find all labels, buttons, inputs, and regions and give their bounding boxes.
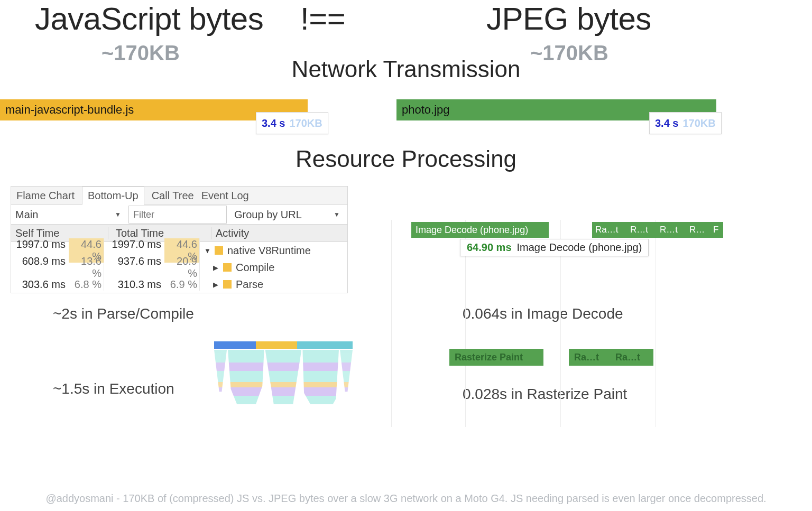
expand-icon[interactable]: ▶	[213, 264, 219, 272]
activity-label: Parse	[236, 278, 263, 291]
total-ms: 937.6 ms	[118, 255, 161, 267]
tab-flame-chart[interactable]: Flame Chart	[16, 190, 75, 202]
total-pct: 6.9 %	[164, 278, 199, 291]
raster-chip[interactable]: Ra…t	[610, 349, 653, 366]
devtools-controls: Main ▼ Group by URL ▼	[11, 205, 347, 225]
header-activity[interactable]: Activity	[211, 227, 347, 239]
headline-left: JavaScript bytes	[35, 2, 263, 35]
raster-chip[interactable]: Rasterize Paint	[449, 349, 543, 366]
total-ms: 1997.0 ms	[112, 238, 161, 250]
metric-parse-compile: ~2s in Parse/Compile	[53, 305, 194, 322]
devtools-rows: 1997.0 ms44.6 % 1997.0 ms44.6 % ▼native …	[11, 242, 347, 293]
self-ms: 303.6 ms	[22, 278, 66, 291]
metric-execution: ~1.5s in Execution	[53, 380, 174, 397]
total-pct: 20.9 %	[164, 255, 199, 280]
self-ms: 608.9 ms	[22, 255, 66, 267]
decode-tooltip-label: Image Decode (phone.jpg)	[517, 241, 642, 254]
header-self-time[interactable]: Self Time	[11, 227, 108, 239]
decode-chip[interactable]: F	[712, 222, 723, 238]
section-resource-title: Resource Processing	[0, 146, 812, 172]
network-tag-jpeg-size: 170KB	[682, 117, 715, 129]
activity-label: Compile	[236, 262, 274, 274]
table-row[interactable]: 303.6 ms6.8 % 310.3 ms6.9 % ▶Parse	[11, 276, 347, 293]
thread-select[interactable]: Main ▼	[11, 209, 128, 221]
group-select[interactable]: Group by URL ▼	[227, 209, 347, 221]
tab-call-tree[interactable]: Call Tree	[152, 190, 194, 202]
metric-image-decode: 0.064s in Image Decode	[463, 305, 623, 322]
network-tag-js-size: 170KB	[289, 117, 322, 129]
activity-label: native V8Runtime	[227, 245, 311, 257]
headline-center: !==	[300, 2, 345, 35]
total-ms: 310.3 ms	[118, 278, 161, 291]
filter-input[interactable]	[128, 206, 227, 224]
raster-chip[interactable]: Ra…t	[569, 349, 612, 366]
footer-credit: @addyosmani - 170KB of (compressed) JS v…	[0, 493, 812, 505]
self-pct: 13.6 %	[69, 255, 104, 280]
chevron-down-icon: ▼	[334, 211, 340, 218]
decode-tooltip-ms: 64.90 ms	[467, 241, 512, 254]
self-ms: 1997.0 ms	[16, 238, 66, 250]
activity-color-icon	[223, 263, 232, 272]
activity-color-icon	[223, 280, 232, 289]
decode-chip[interactable]: R…t	[657, 222, 687, 238]
network-tag-jpeg-time: 3.4 s	[655, 117, 678, 129]
tab-event-log[interactable]: Event Log	[201, 190, 249, 202]
metric-rasterize-paint: 0.028s in Rasterize Paint	[463, 386, 627, 403]
network-tag-jpeg: 3.4 s 170KB	[649, 112, 722, 134]
header-total-time[interactable]: Total Time	[108, 227, 211, 239]
decode-chip[interactable]: Ra…t	[592, 222, 628, 238]
devtools-panel: Flame Chart Bottom-Up Call Tree Event Lo…	[11, 186, 348, 293]
activity-color-icon	[215, 246, 223, 255]
expand-icon[interactable]: ▶	[213, 281, 219, 289]
network-tag-js-time: 3.4 s	[262, 117, 285, 129]
rasterize-paint-timeline: Rasterize Paint Ra…t Ra…t	[449, 349, 661, 370]
chevron-down-icon: ▼	[115, 211, 121, 218]
decode-main-chip[interactable]: Image Decode (phone.jpg)	[411, 222, 549, 238]
flame-chart-thumbnail	[214, 341, 353, 419]
network-tag-js: 3.4 s 170KB	[256, 112, 328, 134]
self-pct: 6.8 %	[69, 278, 104, 291]
tab-bottom-up[interactable]: Bottom-Up	[82, 187, 144, 205]
headline-right: JPEG bytes	[486, 2, 651, 35]
decode-chip[interactable]: R…t	[627, 222, 658, 238]
image-decode-timeline: Image Decode (phone.jpg) Ra…t R…t R…t R……	[391, 220, 724, 268]
decode-chip[interactable]: R…	[686, 222, 713, 238]
section-network-title: Network Transmission	[0, 56, 812, 82]
expand-icon[interactable]: ▼	[204, 247, 210, 255]
table-row[interactable]: 608.9 ms13.6 % 937.6 ms20.9 % ▶Compile	[11, 259, 347, 276]
group-select-label: Group by URL	[234, 209, 302, 221]
devtools-tabs: Flame Chart Bottom-Up Call Tree Event Lo…	[11, 187, 347, 205]
decode-tooltip: 64.90 ms Image Decode (phone.jpg)	[460, 239, 649, 256]
thread-select-label: Main	[15, 209, 38, 221]
